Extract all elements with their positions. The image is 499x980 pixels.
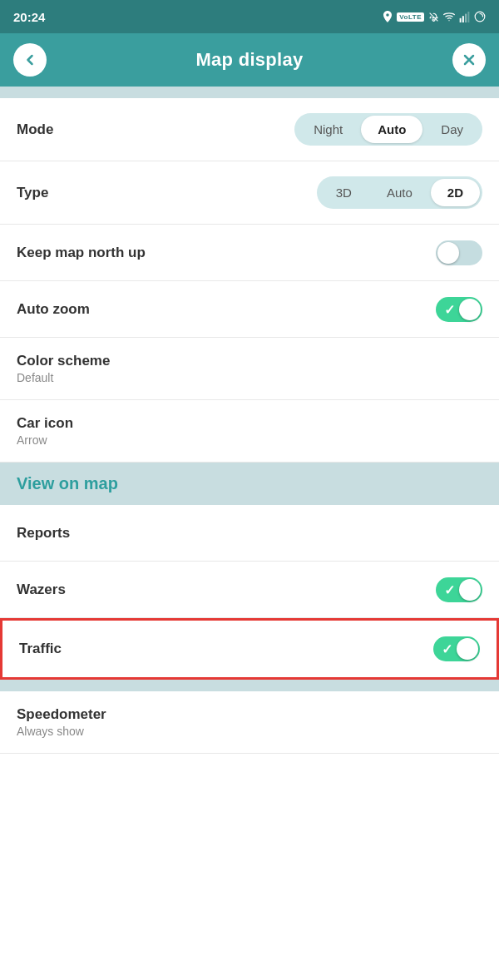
traffic-toggle[interactable]: ✓	[433, 636, 480, 661]
mode-night[interactable]: Night	[297, 116, 359, 143]
location-icon	[383, 11, 393, 22]
reports-row[interactable]: Reports	[0, 505, 499, 562]
color-scheme-label: Color scheme	[17, 353, 110, 369]
view-on-map-label: View on map	[17, 474, 118, 492]
traffic-highlight-border: Traffic ✓	[0, 618, 499, 680]
auto-zoom-check: ✓	[444, 301, 455, 317]
wazers-row: Wazers ✓	[0, 562, 499, 618]
wazers-thumb	[459, 579, 481, 601]
back-button[interactable]	[13, 43, 47, 77]
auto-zoom-row: Auto zoom ✓	[0, 281, 499, 338]
svg-rect-1	[462, 16, 464, 22]
keep-north-row: Keep map north up	[0, 225, 499, 281]
speedometer-value: Always show	[17, 725, 106, 738]
type-row: Type 3D Auto 2D	[0, 161, 499, 225]
mute-icon	[428, 12, 439, 22]
wazers-check: ✓	[444, 582, 455, 597]
view-on-map-header: View on map	[0, 463, 499, 505]
car-icon-left: Car icon Arrow	[17, 415, 73, 447]
wazers-toggle[interactable]: ✓	[436, 577, 482, 602]
status-time: 20:24	[13, 10, 45, 24]
traffic-thumb	[457, 638, 478, 660]
type-3d[interactable]: 3D	[319, 179, 368, 206]
wazers-label: Wazers	[17, 582, 66, 598]
mode-row: Mode Night Auto Day	[0, 98, 499, 161]
keep-north-toggle[interactable]	[436, 240, 482, 265]
close-button[interactable]	[452, 43, 486, 77]
traffic-row: Traffic ✓	[2, 621, 497, 677]
type-label: Type	[17, 185, 48, 201]
car-icon-label: Car icon	[17, 415, 73, 432]
signal-icon	[459, 12, 470, 22]
speedometer-list: Speedometer Always show	[0, 691, 499, 754]
speedometer-left: Speedometer Always show	[17, 706, 106, 738]
traffic-check: ✓	[442, 641, 452, 657]
svg-rect-0	[460, 17, 462, 22]
color-scheme-left: Color scheme Default	[17, 353, 110, 384]
top-divider	[0, 87, 499, 98]
keep-north-label: Keep map north up	[17, 245, 146, 261]
mode-segmented[interactable]: Night Auto Day	[294, 113, 482, 146]
svg-rect-3	[467, 12, 469, 22]
bottom-divider	[0, 680, 499, 691]
speedometer-label: Speedometer	[17, 706, 106, 723]
type-segmented[interactable]: 3D Auto 2D	[317, 176, 482, 209]
settings-list: Mode Night Auto Day Type 3D Auto 2D Keep…	[0, 98, 499, 463]
keep-north-thumb	[437, 242, 459, 264]
mode-auto[interactable]: Auto	[361, 116, 422, 143]
traffic-label: Traffic	[19, 641, 62, 657]
svg-rect-2	[465, 13, 467, 22]
header: Map display	[0, 33, 499, 87]
header-title: Map display	[195, 49, 303, 71]
status-bar: 20:24 VoLTE	[0, 0, 499, 33]
auto-zoom-label: Auto zoom	[17, 301, 90, 318]
car-icon-value: Arrow	[17, 433, 73, 447]
view-on-map-list: Reports Wazers ✓ Traffic ✓	[0, 505, 499, 680]
color-scheme-row[interactable]: Color scheme Default	[0, 338, 499, 400]
volte-icon: VoLTE	[397, 12, 424, 22]
status-icons: VoLTE	[383, 11, 486, 22]
wifi-icon	[443, 12, 455, 22]
battery-icon	[474, 11, 486, 22]
car-icon-row[interactable]: Car icon Arrow	[0, 400, 499, 463]
auto-zoom-thumb	[459, 299, 481, 320]
type-auto[interactable]: Auto	[370, 179, 429, 206]
color-scheme-value: Default	[17, 371, 110, 384]
type-2d[interactable]: 2D	[431, 179, 480, 206]
mode-day[interactable]: Day	[424, 116, 480, 143]
mode-label: Mode	[17, 121, 53, 138]
reports-label: Reports	[17, 525, 70, 542]
auto-zoom-toggle[interactable]: ✓	[436, 297, 482, 322]
speedometer-row[interactable]: Speedometer Always show	[0, 691, 499, 754]
